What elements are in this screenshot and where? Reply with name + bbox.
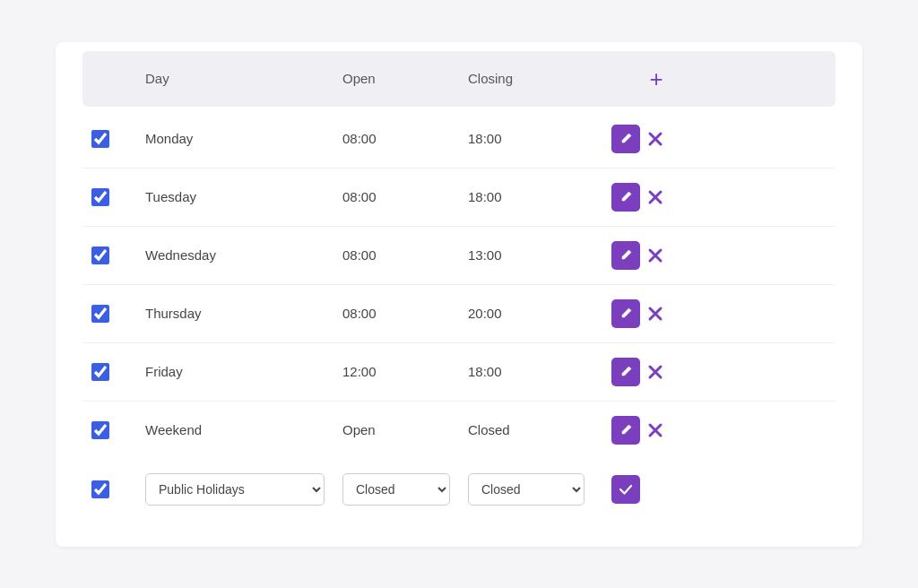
edit-icon	[619, 365, 633, 378]
edit-button[interactable]	[611, 241, 640, 270]
header-add-col: +	[611, 67, 701, 91]
row-checkbox-cell	[91, 130, 145, 148]
delete-button[interactable]	[645, 304, 665, 324]
close-icon	[645, 304, 665, 324]
row-checkbox-cell	[91, 305, 145, 323]
table-row: Monday 08:00 18:00	[82, 110, 836, 169]
edit-icon	[619, 307, 633, 320]
row-closing: 18:00	[468, 131, 611, 146]
row-closing: 18:00	[468, 364, 611, 379]
public-holidays-row: Public Holidays Saturday Sunday Closed O…	[82, 459, 836, 520]
row-open: Open	[342, 422, 468, 437]
row-day: Wednesday	[145, 247, 342, 263]
add-row-button[interactable]: +	[649, 67, 663, 91]
edit-icon	[619, 423, 633, 437]
row-actions	[611, 183, 701, 212]
last-row-checkbox-cell	[91, 480, 145, 498]
delete-button[interactable]	[645, 246, 665, 265]
row-closing: Closed	[468, 422, 611, 437]
last-row-open-cell: Closed Open	[342, 473, 468, 506]
row-day: Monday	[145, 131, 342, 146]
row-open: 08:00	[342, 131, 468, 146]
row-actions	[611, 125, 701, 153]
header-closing-col: Closing	[468, 71, 611, 86]
last-row-checkbox[interactable]	[91, 480, 109, 498]
row-actions	[611, 241, 701, 270]
row-actions	[611, 299, 701, 328]
edit-icon	[619, 190, 633, 203]
header-open-col: Open	[342, 71, 468, 86]
last-row-actions	[611, 475, 701, 504]
row-day: Tuesday	[145, 189, 342, 204]
row-checkbox-cell	[91, 363, 145, 381]
table-header: Day Open Closing +	[82, 51, 836, 107]
table-row: Weekend Open Closed	[82, 402, 836, 459]
row-checkbox-cell	[91, 246, 145, 264]
close-icon	[645, 362, 665, 382]
last-row-day-cell: Public Holidays Saturday Sunday	[145, 473, 342, 506]
day-dropdown[interactable]: Public Holidays Saturday Sunday	[145, 473, 325, 506]
delete-button[interactable]	[645, 129, 665, 149]
schedule-rows: Monday 08:00 18:00 Tu	[82, 110, 836, 459]
delete-button[interactable]	[645, 362, 665, 382]
row-open: 08:00	[342, 306, 468, 321]
table-row: Friday 12:00 18:00	[82, 343, 836, 402]
row-actions	[611, 358, 701, 386]
edit-icon	[619, 248, 633, 262]
check-icon	[619, 482, 633, 497]
row-open: 12:00	[342, 364, 468, 379]
row-day: Weekend	[145, 422, 342, 437]
delete-button[interactable]	[645, 187, 665, 207]
table-row: Tuesday 08:00 18:00	[82, 169, 836, 227]
row-checkbox[interactable]	[91, 188, 109, 206]
close-dropdown[interactable]: Closed Open	[468, 473, 585, 506]
close-icon	[645, 187, 665, 207]
row-checkbox-cell	[91, 188, 145, 206]
row-checkbox[interactable]	[91, 421, 109, 439]
row-open: 08:00	[342, 247, 468, 263]
open-dropdown[interactable]: Closed Open	[342, 473, 450, 506]
edit-button[interactable]	[611, 416, 640, 445]
edit-button[interactable]	[611, 183, 640, 212]
table-row: Wednesday 08:00 13:00	[82, 227, 836, 285]
table-row: Thursday 08:00 20:00	[82, 285, 836, 343]
row-closing: 13:00	[468, 247, 611, 263]
row-closing: 18:00	[468, 189, 611, 204]
row-checkbox[interactable]	[91, 130, 109, 148]
close-icon	[645, 129, 665, 149]
row-checkbox[interactable]	[91, 363, 109, 381]
schedule-table: Day Open Closing + Monday 08:00 18:00	[56, 42, 862, 547]
edit-button[interactable]	[611, 299, 640, 328]
last-row-close-cell: Closed Open	[468, 473, 611, 506]
row-open: 08:00	[342, 189, 468, 204]
confirm-button[interactable]	[611, 475, 640, 504]
close-icon	[645, 246, 665, 265]
row-day: Thursday	[145, 306, 342, 321]
edit-button[interactable]	[611, 358, 640, 386]
row-checkbox-cell	[91, 421, 145, 439]
delete-button[interactable]	[645, 420, 665, 440]
row-day: Friday	[145, 364, 342, 379]
row-closing: 20:00	[468, 306, 611, 321]
row-checkbox[interactable]	[91, 305, 109, 323]
row-actions	[611, 416, 701, 445]
edit-button[interactable]	[611, 125, 640, 153]
edit-icon	[619, 132, 633, 145]
row-checkbox[interactable]	[91, 246, 109, 264]
header-day-col: Day	[145, 71, 342, 86]
close-icon	[645, 420, 665, 440]
